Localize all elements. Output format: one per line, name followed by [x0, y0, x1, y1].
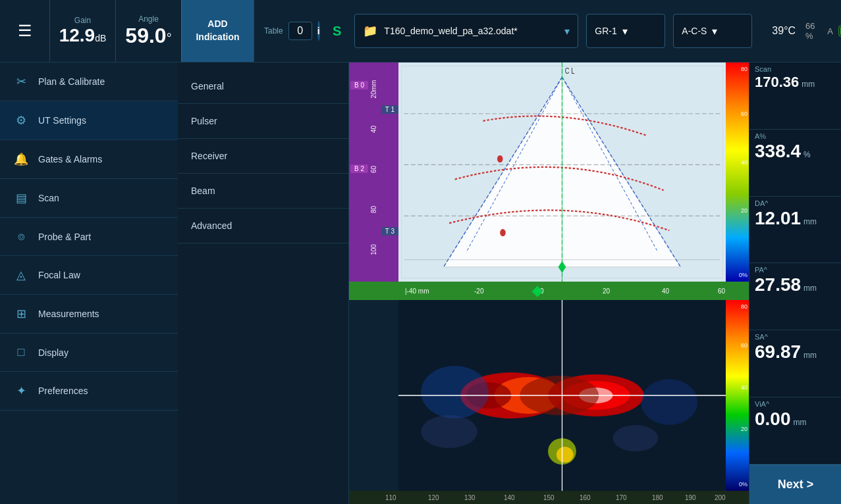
svg-point-26	[556, 447, 574, 463]
sidebar-item-probe-part[interactable]: ⌾ Probe & Part	[0, 218, 178, 256]
metric-da: DA^ 12.01 mm	[749, 197, 841, 264]
sidebar-label-display: Display	[38, 347, 68, 358]
gain-label: Gain	[74, 16, 91, 25]
scan-type-chevron-icon: ▾	[712, 25, 717, 38]
ut-settings-icon: ⚙	[13, 113, 29, 128]
measurements-icon: ⊞	[13, 307, 29, 321]
submenu-beam[interactable]: Beam	[178, 174, 348, 209]
metric-pa: PA^ 27.58 mm	[749, 263, 841, 330]
scan-icon: ▤	[13, 191, 29, 205]
tag-t1: T 1	[381, 105, 398, 114]
sidebar: ✂ Plan & Calibrate ⚙ UT Settings 🔔 Gates…	[0, 63, 178, 504]
table-area: Table 0 i	[254, 0, 326, 62]
filename: T160_demo_weld_pa_a32.odat*	[384, 26, 558, 36]
main-content: ✂ Plan & Calibrate ⚙ UT Settings 🔔 Gates…	[0, 63, 841, 504]
scan-type-selector[interactable]: A-C-S ▾	[673, 14, 752, 48]
sidebar-label-preferences: Preferences	[38, 386, 88, 396]
metric-pa-label: PA^	[755, 266, 836, 274]
sidebar-label-plan-calibrate: Plan & Calibrate	[38, 76, 105, 87]
metric-da-label: DA^	[755, 199, 836, 207]
add-indication-button[interactable]: ADD Indication	[181, 0, 254, 62]
hamburger-icon: ☰	[18, 22, 32, 40]
metric-via: ViA^ 0.00 mm	[749, 397, 841, 465]
menu-button[interactable]: ☰	[0, 0, 49, 62]
plan-calibrate-icon: ✂	[13, 74, 29, 89]
bottom-ruler: 110 120 130 140 150 160 170 180 190 200	[349, 491, 749, 504]
submenu-receiver[interactable]: Receiver	[178, 139, 348, 174]
metric-pa-unit: mm	[803, 284, 817, 293]
sidebar-label-ut-settings: UT Settings	[38, 115, 86, 126]
metric-sa: SA^ 69.87 mm	[749, 330, 841, 397]
gain-value: 12.9dB	[59, 25, 107, 46]
metric-scan: Scan 170.36 mm	[749, 63, 841, 130]
submenu-advanced[interactable]: Advanced	[178, 209, 348, 243]
display-icon: □	[13, 345, 29, 359]
table-label: Table	[264, 26, 283, 36]
angle-value: 59.0°	[125, 24, 171, 48]
metric-scan-value: 170.36	[755, 74, 799, 90]
metric-pa-value: 27.58	[755, 275, 801, 295]
sidebar-item-preferences[interactable]: ✦ Preferences	[0, 372, 178, 411]
group-selector[interactable]: GR-1 ▾	[586, 14, 665, 48]
sidebar-label-gates-alarms: Gates & Alarms	[38, 154, 102, 164]
svg-point-27	[421, 366, 489, 418]
top-scan-display: 20mm 40 60 80 100 B 0 B 2 T 1 T 3	[349, 63, 749, 282]
info-button[interactable]: i	[317, 21, 320, 41]
sidebar-item-scan[interactable]: ▤ Scan	[0, 179, 178, 218]
sidebar-item-plan-calibrate[interactable]: ✂ Plan & Calibrate	[0, 63, 178, 101]
svg-point-29	[421, 415, 477, 448]
metric-da-value: 12.01	[755, 209, 801, 229]
cscan-scale: 20mm	[370, 80, 377, 99]
file-selector[interactable]: 📁 T160_demo_weld_pa_a32.odat* ▾	[354, 14, 578, 48]
bottom-cscan-side	[349, 300, 398, 491]
status-area: 39°C 66 % A B MXU 5.0.0 Beta	[759, 0, 841, 62]
metric-sa-value: 69.87	[755, 342, 801, 363]
top-bar: ☰ Gain 12.9dB Angle 59.0° ADD Indication…	[0, 0, 841, 63]
sidebar-label-focal-law: Focal Law	[38, 270, 80, 280]
angle-display: Angle 59.0°	[115, 0, 181, 62]
group-chevron-icon: ▾	[622, 25, 628, 38]
next-button[interactable]: Next >	[749, 465, 841, 504]
temperature-display: 39°C	[772, 25, 796, 37]
right-panel: Scan 170.36 mm A% 338.4 % DA^ 12.01 mm P…	[749, 63, 841, 504]
s-indicator: S	[326, 0, 348, 62]
submenu-pulser[interactable]: Pulser	[178, 104, 348, 139]
metric-via-unit: mm	[794, 418, 807, 427]
submenu-panel: General Pulser Receiver Beam Advanced	[178, 63, 349, 504]
colorbar-top: 80 60 40 20 0%	[726, 63, 749, 282]
metric-apercent: A% 338.4 %	[749, 130, 841, 197]
tag-t3: T 3	[381, 227, 398, 236]
sidebar-label-scan: Scan	[38, 193, 59, 203]
main-scan-view[interactable]: C L	[398, 63, 726, 282]
visualization-area: 20mm 40 60 80 100 B 0 B 2 T 1 T 3	[349, 63, 749, 504]
gates-alarms-icon: 🔔	[13, 152, 29, 166]
bottom-scan: 80 60 40 20 0%	[349, 300, 749, 491]
sidebar-label-probe-part: Probe & Part	[38, 232, 91, 242]
sidebar-label-measurements: Measurements	[38, 309, 99, 319]
cscan-side: 20mm 40 60 80 100 B 0 B 2 T 1 T 3	[349, 63, 398, 282]
metric-via-value: 0.00	[755, 409, 791, 430]
folder-icon: 📁	[363, 24, 377, 38]
scan-type-label: A-C-S	[682, 26, 707, 36]
metric-da-unit: mm	[803, 217, 817, 226]
metric-via-label: ViA^	[755, 400, 836, 408]
svg-point-30	[613, 425, 659, 451]
metric-apercent-unit: %	[803, 150, 811, 159]
submenu-general[interactable]: General	[178, 69, 348, 104]
metric-sa-label: SA^	[755, 333, 836, 341]
svg-point-13	[500, 229, 506, 236]
sidebar-item-gates-alarms[interactable]: 🔔 Gates & Alarms	[0, 140, 178, 179]
svg-point-12	[497, 155, 503, 163]
ruler-bar: |-40 mm -20 0 20 40 60	[349, 282, 749, 300]
svg-point-28	[641, 379, 697, 425]
tag-b0: B 0	[350, 81, 368, 89]
gain-display: Gain 12.9dB	[49, 0, 115, 62]
sidebar-item-display[interactable]: □ Display	[0, 334, 178, 372]
sidebar-item-measurements[interactable]: ⊞ Measurements	[0, 295, 178, 334]
battery-group: 66 % A B	[805, 21, 841, 41]
sidebar-item-focal-law[interactable]: ◬ Focal Law	[0, 256, 178, 295]
metric-scan-unit: mm	[801, 80, 815, 89]
focal-law-icon: ◬	[13, 268, 29, 282]
sidebar-item-ut-settings[interactable]: ⚙ UT Settings	[0, 101, 178, 140]
bottom-main-view[interactable]	[398, 300, 726, 491]
